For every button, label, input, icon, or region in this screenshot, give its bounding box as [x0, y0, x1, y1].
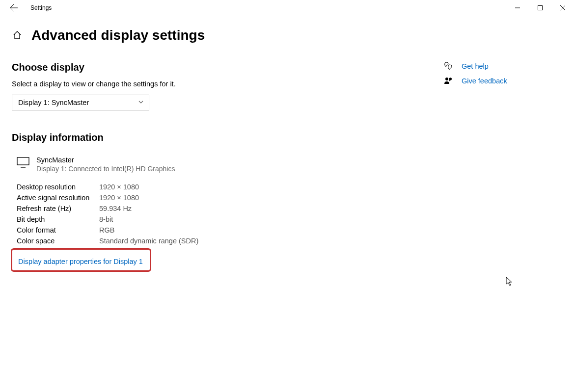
info-row: Color space Standard dynamic range (SDR) — [17, 235, 336, 246]
help-icon — [444, 62, 453, 71]
get-help-label: Get help — [462, 62, 489, 70]
info-value: 59.934 Hz — [99, 205, 132, 212]
titlebar: Settings — [0, 0, 574, 16]
main-column: Choose display Select a display to view … — [12, 62, 336, 272]
info-label: Color format — [17, 226, 99, 234]
home-icon — [12, 30, 22, 40]
info-row: Active signal resolution 1920 × 1080 — [17, 192, 336, 203]
side-column: Get help Give feedback — [336, 62, 507, 272]
home-button[interactable] — [12, 30, 23, 41]
info-label: Refresh rate (Hz) — [17, 205, 99, 212]
page-title: Advanced display settings — [31, 27, 205, 43]
content: Choose display Select a display to view … — [0, 43, 574, 272]
info-row: Refresh rate (Hz) 59.934 Hz — [17, 203, 336, 214]
highlight-annotation: Display adapter properties for Display 1 — [11, 248, 151, 272]
info-row: Color format RGB — [17, 225, 336, 235]
give-feedback-label: Give feedback — [462, 77, 507, 85]
window-title: Settings — [30, 4, 52, 11]
display-subtitle: Display 1: Connected to Intel(R) HD Grap… — [36, 165, 175, 173]
info-row: Desktop resolution 1920 × 1080 — [17, 182, 336, 192]
info-row: Bit depth 8-bit — [17, 214, 336, 225]
maximize-icon — [538, 5, 543, 10]
get-help-link[interactable]: Get help — [444, 62, 507, 71]
info-label: Active signal resolution — [17, 194, 99, 202]
give-feedback-link[interactable]: Give feedback — [444, 77, 507, 85]
mouse-cursor-icon — [506, 277, 514, 287]
dropdown-value: Display 1: SyncMaster — [18, 99, 89, 106]
choose-display-heading: Choose display — [12, 62, 336, 73]
display-name: SyncMaster — [36, 156, 175, 164]
info-value: 8-bit — [99, 215, 113, 223]
close-button[interactable] — [551, 0, 574, 16]
info-label: Desktop resolution — [17, 183, 99, 191]
chevron-down-icon — [138, 99, 144, 106]
info-value: 1920 × 1080 — [99, 183, 139, 191]
header: Advanced display settings — [0, 16, 574, 43]
minimize-icon — [515, 5, 520, 10]
display-identity-row: SyncMaster Display 1: Connected to Intel… — [17, 156, 336, 173]
info-value: RGB — [99, 226, 114, 234]
display-select-dropdown[interactable]: Display 1: SyncMaster — [12, 95, 149, 110]
choose-display-description: Select a display to view or change the s… — [12, 80, 336, 88]
monitor-icon — [17, 157, 29, 170]
info-value: 1920 × 1080 — [99, 194, 139, 202]
arrow-left-icon — [10, 4, 18, 12]
svg-rect-1 — [17, 157, 29, 165]
back-button[interactable] — [9, 3, 19, 13]
info-label: Bit depth — [17, 215, 99, 223]
close-icon — [560, 5, 565, 10]
window-controls — [506, 0, 574, 16]
display-information-heading: Display information — [12, 132, 336, 143]
info-value: Standard dynamic range (SDR) — [99, 237, 198, 245]
feedback-icon — [444, 77, 453, 85]
svg-point-2 — [445, 78, 448, 80]
display-information-section: Display information SyncMaster Display 1… — [12, 132, 336, 272]
display-info-table: Desktop resolution 1920 × 1080 Active si… — [17, 182, 336, 246]
maximize-button[interactable] — [529, 0, 551, 16]
minimize-button[interactable] — [506, 0, 529, 16]
info-label: Color space — [17, 237, 99, 245]
svg-rect-0 — [538, 6, 543, 10]
display-adapter-properties-link[interactable]: Display adapter properties for Display 1 — [14, 256, 147, 267]
